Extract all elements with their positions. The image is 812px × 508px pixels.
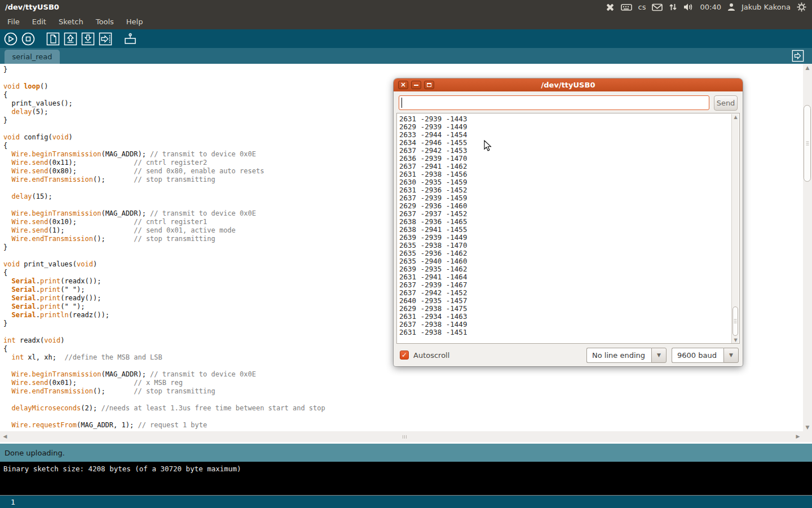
- close-icon: ×: [400, 81, 406, 88]
- serial-scroll-up-icon[interactable]: ▲: [732, 114, 739, 121]
- save-sketch-button[interactable]: [81, 32, 95, 46]
- user-icon: [727, 3, 735, 11]
- scroll-left-arrow-icon[interactable]: ◀: [1, 431, 9, 442]
- stop-icon: [21, 32, 36, 46]
- menu-tools[interactable]: Tools: [90, 14, 120, 29]
- scrollbar-corner: [803, 431, 812, 442]
- mouse-cursor: [484, 140, 492, 152]
- editor-vscroll-thumb[interactable]: [804, 105, 811, 182]
- verify-button[interactable]: [3, 32, 18, 46]
- play-icon: [3, 32, 18, 46]
- upload-right-arrow-icon: [99, 32, 112, 46]
- serial-vertical-scrollbar[interactable]: ▲ ▼: [731, 114, 739, 344]
- serial-window-titlebar[interactable]: /dev/ttyUSB0 ×: [394, 78, 743, 91]
- menu-sketch[interactable]: Sketch: [52, 14, 90, 29]
- user-name[interactable]: Jakub Kakona: [742, 3, 791, 11]
- chevron-down-icon[interactable]: ▼: [723, 348, 739, 363]
- upload-button[interactable]: [98, 32, 113, 46]
- system-top-bar: /dev/ttyUSB0 cs 00:40: [0, 0, 812, 14]
- scroll-right-arrow-icon[interactable]: ▶: [794, 431, 802, 442]
- serial-vscroll-thumb[interactable]: [732, 306, 738, 336]
- serial-monitor-window: /dev/ttyUSB0 × Send 2631 -2939 -14432629…: [394, 78, 743, 366]
- baud-rate-select[interactable]: 9600 baud ▼: [672, 348, 739, 363]
- session-gear-icon[interactable]: [797, 2, 806, 12]
- window-title: /dev/ttyUSB0: [0, 3, 59, 11]
- serial-input-field[interactable]: [399, 95, 709, 110]
- down-arrow-icon: [81, 32, 95, 46]
- current-line-number: 1: [11, 498, 15, 506]
- serial-lines: 2631 -2939 -14432629 -2939 -14492633 -29…: [397, 113, 739, 336]
- editor-vertical-scrollbar[interactable]: ▲ ▼: [803, 64, 812, 431]
- keyboard-layout-label[interactable]: cs: [638, 3, 646, 11]
- serial-monitor-icon: [123, 32, 138, 46]
- checkmark-icon: ✓: [401, 351, 407, 359]
- tab-menu-arrow-icon: [792, 50, 804, 62]
- text-caret: [401, 98, 402, 108]
- line-number-strip: 1: [0, 495, 812, 508]
- menu-file[interactable]: File: [1, 14, 26, 29]
- maximize-button[interactable]: [424, 81, 434, 89]
- editor-horizontal-scrollbar[interactable]: ◀ ▶: [0, 431, 803, 442]
- line-ending-select[interactable]: No line ending ▼: [586, 348, 667, 363]
- scroll-up-arrow-icon[interactable]: ▲: [803, 64, 812, 72]
- tab-menu-button[interactable]: [792, 50, 804, 62]
- tab-serial-read[interactable]: serial_read: [5, 50, 60, 64]
- window-controls: ×: [394, 81, 434, 89]
- serial-window-title: /dev/ttyUSB0: [394, 81, 743, 89]
- menu-help[interactable]: Help: [120, 14, 149, 29]
- autoscroll-checkbox[interactable]: ✓: [400, 351, 409, 360]
- serial-output-area[interactable]: 2631 -2939 -14432629 -2939 -14492633 -29…: [396, 113, 740, 344]
- serial-send-row: Send: [394, 91, 743, 114]
- clock[interactable]: 00:40: [700, 3, 721, 11]
- serial-bottom-bar: ✓ Autoscroll No line ending ▼ 9600 baud …: [394, 344, 743, 366]
- maximize-icon: [427, 83, 431, 87]
- status-bar: Done uploading.: [0, 444, 812, 462]
- close-button[interactable]: ×: [398, 81, 408, 89]
- status-message: Done uploading.: [5, 449, 65, 457]
- autoscroll-label[interactable]: Autoscroll: [413, 351, 449, 360]
- tab-label: serial_read: [12, 52, 52, 61]
- menu-edit[interactable]: Edit: [26, 14, 52, 29]
- new-document-icon: [46, 32, 60, 46]
- network-updown-icon[interactable]: [669, 3, 677, 11]
- up-arrow-icon: [64, 32, 77, 46]
- chevron-down-icon[interactable]: ▼: [651, 348, 667, 363]
- mail-icon[interactable]: [652, 3, 663, 11]
- menu-bar: File Edit Sketch Tools Help: [0, 14, 812, 29]
- minimize-icon: [414, 85, 418, 86]
- toolbar: [0, 29, 812, 48]
- open-sketch-button[interactable]: [63, 32, 78, 46]
- serial-monitor-button[interactable]: [123, 32, 138, 46]
- send-button[interactable]: Send: [714, 95, 738, 111]
- line-ending-value[interactable]: No line ending: [586, 348, 651, 363]
- console-output: Binary sketch size: 4208 bytes (of a 307…: [0, 462, 812, 495]
- new-sketch-button[interactable]: [46, 32, 60, 46]
- workrave-indicator-icon[interactable]: [606, 3, 615, 12]
- minimize-button[interactable]: [411, 81, 421, 89]
- baud-rate-value[interactable]: 9600 baud: [672, 348, 723, 363]
- keyboard-layout-icon[interactable]: [621, 3, 632, 11]
- tab-bar: serial_read: [0, 48, 812, 64]
- serial-scroll-down-icon[interactable]: ▼: [732, 337, 739, 344]
- volume-icon[interactable]: [683, 3, 694, 11]
- send-button-label: Send: [717, 99, 735, 107]
- stop-button[interactable]: [21, 32, 36, 46]
- scroll-down-arrow-icon[interactable]: ▼: [803, 423, 812, 431]
- system-tray: cs 00:40 Jakub Kakona: [606, 2, 812, 12]
- console-text: Binary sketch size: 4208 bytes (of a 307…: [3, 465, 241, 473]
